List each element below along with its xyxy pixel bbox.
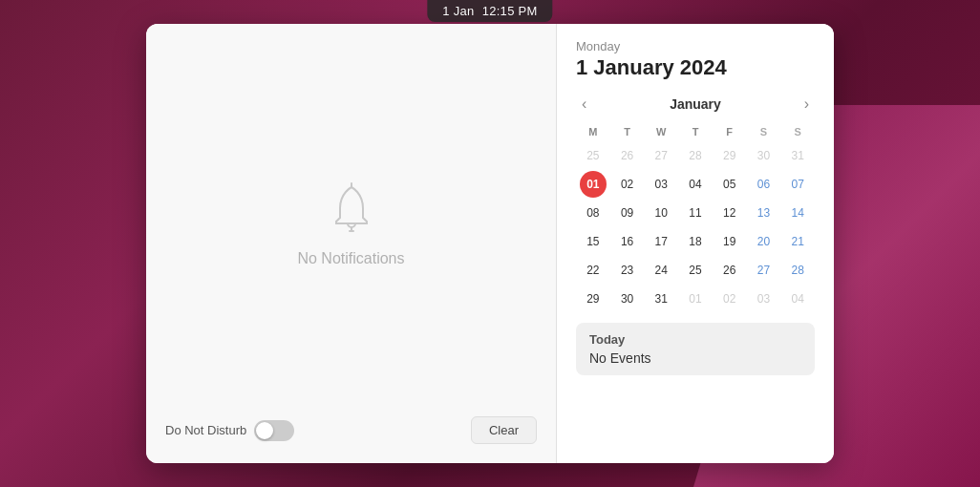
- cal-cell[interactable]: 03: [750, 286, 777, 312]
- do-not-disturb-toggle[interactable]: [254, 420, 294, 441]
- cal-cell[interactable]: 26: [716, 257, 743, 284]
- do-not-disturb-control: Do Not Disturb: [165, 420, 294, 441]
- cal-day-header: S: [747, 122, 781, 141]
- cal-cell[interactable]: 03: [648, 171, 674, 198]
- next-month-button[interactable]: ›: [799, 94, 815, 115]
- cal-cell[interactable]: 28: [682, 142, 709, 169]
- cal-cell[interactable]: 21: [784, 228, 811, 255]
- cal-cell[interactable]: 02: [614, 171, 641, 198]
- no-notifications-label: No Notifications: [297, 250, 404, 267]
- cal-cell[interactable]: 09: [614, 200, 641, 226]
- cal-cell[interactable]: 29: [716, 142, 743, 169]
- today-section-label: Today: [589, 332, 801, 347]
- calendar-grid: MTWTFSS252627282930310102030405060708091…: [576, 122, 815, 313]
- cal-cell[interactable]: 10: [648, 200, 674, 226]
- cal-cell[interactable]: 12: [716, 200, 743, 226]
- cal-day-header: W: [644, 122, 678, 141]
- cal-cell[interactable]: 22: [580, 257, 607, 284]
- cal-cell[interactable]: 27: [648, 142, 674, 169]
- clear-button[interactable]: Clear: [471, 416, 537, 444]
- cal-cell[interactable]: 30: [614, 286, 641, 312]
- cal-cell[interactable]: 17: [648, 228, 674, 255]
- cal-cell[interactable]: 02: [716, 286, 743, 312]
- cal-cell[interactable]: 18: [682, 228, 709, 255]
- main-panel: No Notifications Do Not Disturb Clear Mo…: [146, 24, 834, 463]
- cal-cell[interactable]: 24: [648, 257, 674, 284]
- top-bar: 1 Jan 12:15 PM: [427, 0, 552, 22]
- cal-cell[interactable]: 31: [648, 286, 674, 312]
- cal-cell[interactable]: 07: [784, 171, 811, 198]
- cal-cell[interactable]: 19: [716, 228, 743, 255]
- cal-cell[interactable]: 06: [750, 171, 777, 198]
- cal-cell[interactable]: 05: [716, 171, 743, 198]
- topbar-time: 12:15 PM: [482, 4, 538, 18]
- cal-cell[interactable]: 16: [614, 228, 641, 255]
- cal-cell[interactable]: 26: [614, 142, 641, 169]
- cal-cell[interactable]: 04: [682, 171, 709, 198]
- cal-cell[interactable]: 25: [580, 142, 607, 169]
- cal-day-header: F: [713, 122, 747, 141]
- cal-cell[interactable]: 14: [784, 200, 811, 226]
- prev-month-button[interactable]: ‹: [576, 94, 592, 115]
- no-events-text: No Events: [589, 350, 801, 366]
- cal-cell[interactable]: 01: [580, 171, 607, 198]
- cal-cell[interactable]: 28: [784, 257, 811, 284]
- bell-icon: [323, 181, 380, 239]
- toggle-knob: [256, 422, 273, 439]
- cal-cell[interactable]: 30: [750, 142, 777, 169]
- cal-cell[interactable]: 25: [682, 257, 709, 284]
- notifications-panel: No Notifications Do Not Disturb Clear: [146, 24, 557, 463]
- calendar-month-label: January: [670, 96, 721, 112]
- cal-cell[interactable]: 13: [750, 200, 777, 226]
- today-section: Today No Events: [576, 323, 815, 375]
- cal-cell[interactable]: 20: [750, 228, 777, 255]
- cal-day-header: M: [576, 122, 610, 141]
- topbar-date: 1 Jan: [442, 4, 474, 18]
- cal-cell[interactable]: 04: [784, 286, 811, 312]
- calendar-date-title: 1 January 2024: [576, 55, 815, 80]
- do-not-disturb-label: Do Not Disturb: [165, 423, 246, 437]
- cal-cell[interactable]: 15: [580, 228, 607, 255]
- notifications-footer: Do Not Disturb Clear: [165, 405, 537, 444]
- calendar-header: ‹ January ›: [576, 94, 815, 115]
- cal-cell[interactable]: 01: [682, 286, 709, 312]
- cal-cell[interactable]: 31: [784, 142, 811, 169]
- cal-day-header: S: [780, 122, 815, 141]
- calendar-day-label: Monday: [576, 39, 815, 53]
- cal-cell[interactable]: 11: [682, 200, 709, 226]
- cal-day-header: T: [610, 122, 645, 141]
- notifications-content: No Notifications: [165, 43, 537, 405]
- calendar-panel: Monday 1 January 2024 ‹ January › MTWTFS…: [557, 24, 834, 463]
- cal-cell[interactable]: 29: [580, 286, 607, 312]
- cal-day-header: T: [678, 122, 713, 141]
- cal-cell[interactable]: 27: [750, 257, 777, 284]
- cal-cell[interactable]: 23: [614, 257, 641, 284]
- cal-cell[interactable]: 08: [580, 200, 607, 226]
